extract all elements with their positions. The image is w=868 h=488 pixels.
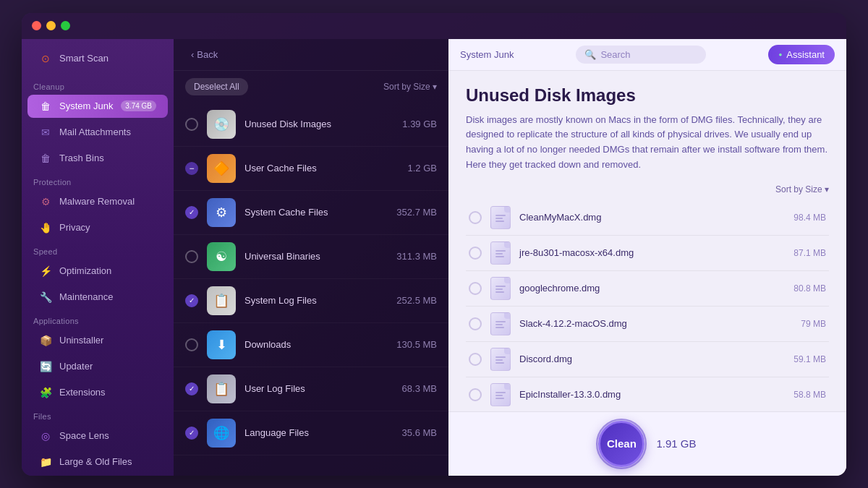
sort-by-size-label[interactable]: Sort by Size ▾: [383, 82, 437, 92]
file-icon: ⬇: [207, 330, 236, 359]
title-bar: [22, 13, 846, 39]
dmg-file-icon: [490, 312, 511, 335]
dmg-line-3: [495, 221, 504, 222]
malware-icon: ⚙: [39, 195, 52, 208]
file-list-item[interactable]: 💿 Unused Disk Images 1.39 GB: [174, 103, 448, 147]
sidebar-item-malware-removal[interactable]: ⚙ Malware Removal: [27, 190, 168, 213]
dmg-checkbox[interactable]: [469, 247, 482, 260]
dmg-list-item[interactable]: Slack-4.12.2-macOS.dmg 79 MB: [466, 307, 829, 342]
file-checkbox[interactable]: [185, 118, 198, 131]
dmg-list-item[interactable]: Discord.dmg 59.1 MB: [466, 342, 829, 377]
file-name: System Log Files: [244, 295, 317, 306]
sidebar-item-maintenance[interactable]: 🔧 Maintenance: [27, 286, 168, 309]
minimize-button[interactable]: [46, 21, 56, 30]
assistant-dot-icon: ●: [778, 51, 782, 58]
sidebar-item-system-junk[interactable]: 🗑 System Junk 3.74 GB: [27, 95, 168, 118]
sidebar-item-trash-bins[interactable]: 🗑 Trash Bins: [27, 147, 168, 170]
clean-total-size: 1.91 GB: [656, 437, 696, 450]
sidebar-item-label: Malware Removal: [59, 196, 135, 207]
dmg-file-name: jre-8u301-macosx-x64.dmg: [519, 247, 785, 258]
sidebar-item-updater[interactable]: 🔄 Updater: [27, 355, 168, 378]
right-sort-label[interactable]: Sort by Size ▾: [775, 184, 829, 194]
file-list-item[interactable]: 🌐 Language Files 35.6 MB: [174, 411, 448, 455]
section-title: Unused Disk Images: [466, 85, 829, 106]
file-list-item[interactable]: 🔶 User Cache Files 1.2 GB: [174, 147, 448, 191]
dmg-file-name: EpicInstaller-13.3.0.dmg: [519, 389, 785, 400]
sidebar-item-label: Trash Bins: [59, 153, 104, 163]
clean-button[interactable]: Clean: [598, 421, 644, 467]
file-icon: 🌐: [207, 419, 236, 448]
content-left-panel: ‹ Back Deselect All Sort by Size ▾ 💿 Unu…: [174, 39, 448, 476]
file-list-item[interactable]: 📋 User Log Files 68.3 MB: [174, 367, 448, 411]
sidebar-item-optimization[interactable]: ⚡ Optimization: [27, 260, 168, 283]
file-checkbox[interactable]: [185, 294, 198, 307]
app-window: ⊙ Smart Scan Cleanup 🗑 System Junk 3.74 …: [22, 13, 846, 476]
dmg-list-item[interactable]: googlechrome.dmg 80.8 MB: [466, 271, 829, 307]
dmg-line-2: [495, 324, 503, 325]
deselect-all-button[interactable]: Deselect All: [185, 78, 248, 95]
right-header: System Junk 🔍 ● Assistant: [448, 39, 846, 71]
maximize-button[interactable]: [61, 21, 70, 30]
file-icon: ☯: [207, 242, 236, 271]
smart-scan-icon: ⊙: [39, 52, 52, 65]
file-size: 35.6 MB: [402, 427, 437, 438]
sidebar-item-label: Space Lens: [59, 430, 109, 441]
sidebar-item-extensions[interactable]: 🧩 Extensions: [27, 381, 168, 404]
sidebar-item-privacy[interactable]: 🤚 Privacy: [27, 216, 168, 239]
dmg-checkbox[interactable]: [469, 282, 482, 295]
dmg-line-1: [495, 286, 506, 287]
file-list-item[interactable]: ⬇ Downloads 130.5 MB: [174, 323, 448, 367]
dmg-list-item[interactable]: jre-8u301-macosx-x64.dmg 87.1 MB: [466, 236, 829, 271]
file-checkbox[interactable]: [185, 162, 198, 175]
file-checkbox[interactable]: [185, 382, 198, 395]
sidebar-item-label: Optimization: [59, 265, 111, 276]
file-checkbox[interactable]: [185, 250, 198, 263]
file-name: User Log Files: [244, 383, 305, 394]
maintenance-icon: 🔧: [39, 291, 52, 304]
dmg-line-2: [495, 359, 503, 361]
sidebar-item-uninstaller[interactable]: 📦 Uninstaller: [27, 329, 168, 352]
file-name: Downloads: [244, 339, 291, 350]
dmg-checkbox[interactable]: [469, 211, 482, 224]
dmg-line-1: [495, 392, 506, 393]
file-name: Unused Disk Images: [244, 119, 331, 129]
dmg-checkbox[interactable]: [469, 353, 482, 366]
sidebar-item-large-old-files[interactable]: 📁 Large & Old Files: [27, 450, 168, 474]
dmg-line-3: [495, 398, 504, 399]
sidebar-item-space-lens[interactable]: ◎ Space Lens: [27, 424, 168, 448]
dmg-line-1: [495, 356, 506, 358]
back-button[interactable]: ‹ Back: [185, 46, 224, 63]
dmg-icon-lines: [493, 210, 509, 225]
dmg-list-item[interactable]: CleanMyMacX.dmg 98.4 MB: [466, 200, 829, 236]
assistant-button[interactable]: ● Assistant: [768, 45, 835, 64]
large-old-icon: 📁: [39, 455, 52, 468]
sidebar-item-mail-attachments[interactable]: ✉ Mail Attachments: [27, 121, 168, 144]
dmg-checkbox[interactable]: [469, 388, 482, 401]
traffic-lights: [32, 21, 70, 30]
file-list-item[interactable]: ⚙ System Cache Files 352.7 MB: [174, 191, 448, 235]
right-list-header: Sort by Size ▾: [466, 184, 829, 194]
dmg-list-item[interactable]: EpicInstaller-13.3.0.dmg 58.8 MB: [466, 377, 829, 411]
close-button[interactable]: [32, 21, 41, 30]
dmg-line-2: [495, 218, 503, 219]
sidebar-item-smart-scan[interactable]: ⊙ Smart Scan: [27, 46, 168, 71]
file-icon: 🔶: [207, 154, 236, 183]
file-list: 💿 Unused Disk Images 1.39 GB 🔶 User Cach…: [174, 103, 448, 476]
file-checkbox[interactable]: [185, 427, 198, 440]
dmg-checkbox[interactable]: [469, 317, 482, 330]
file-checkbox[interactable]: [185, 206, 198, 219]
file-name: System Cache Files: [244, 207, 328, 218]
file-size: 252.5 MB: [396, 295, 437, 306]
file-name: Universal Binaries: [244, 251, 320, 262]
dmg-file-icon: [490, 206, 511, 229]
file-list-item[interactable]: 📋 System Log Files 252.5 MB: [174, 279, 448, 323]
smart-scan-label: Smart Scan: [59, 53, 109, 64]
section-label-protection: Protection: [22, 175, 174, 188]
file-list-item[interactable]: ☯ Universal Binaries 311.3 MB: [174, 235, 448, 279]
dmg-line-2: [495, 395, 503, 396]
left-panel-actions: Deselect All Sort by Size ▾: [174, 71, 448, 103]
assistant-label: Assistant: [786, 49, 825, 60]
search-input[interactable]: [600, 49, 697, 60]
file-checkbox[interactable]: [185, 338, 198, 351]
search-box[interactable]: 🔍: [576, 46, 706, 64]
